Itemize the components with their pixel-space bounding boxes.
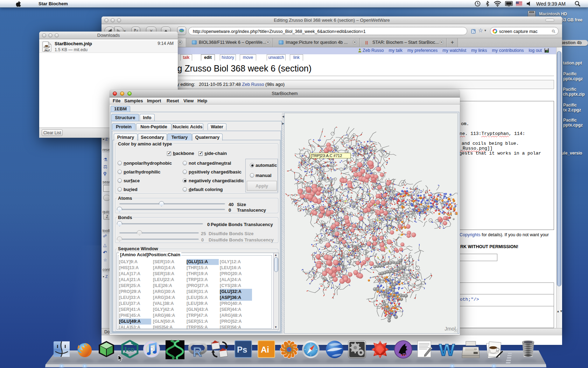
- svg-text:R: R: [193, 345, 202, 359]
- svg-text:JNLP: JNLP: [44, 49, 50, 52]
- svg-text:CD: CD: [127, 347, 134, 353]
- svg-text:Ai: Ai: [261, 345, 269, 354]
- svg-text:Ps: Ps: [237, 345, 247, 354]
